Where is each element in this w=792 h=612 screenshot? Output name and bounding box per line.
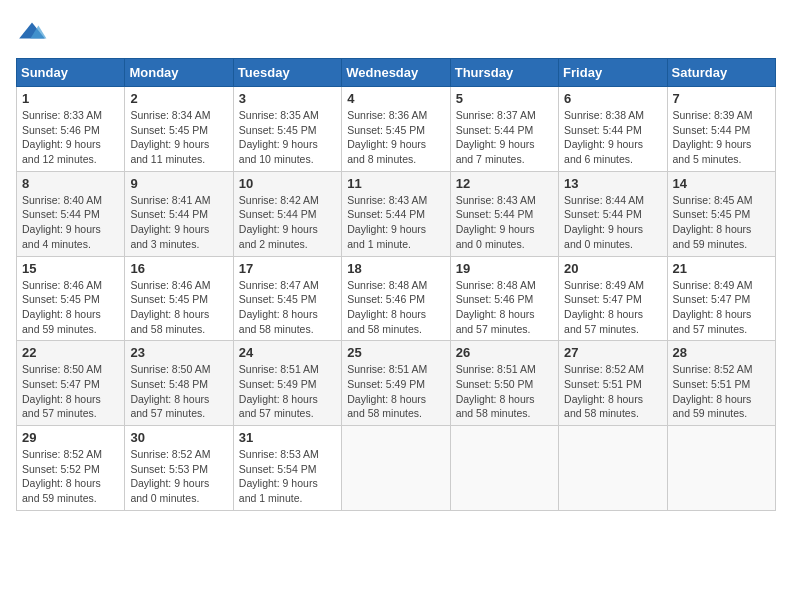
day-info: Sunrise: 8:50 AMSunset: 5:48 PMDaylight:… xyxy=(130,362,227,421)
calendar-cell: 2Sunrise: 8:34 AMSunset: 5:45 PMDaylight… xyxy=(125,87,233,172)
calendar-cell: 26Sunrise: 8:51 AMSunset: 5:50 PMDayligh… xyxy=(450,341,558,426)
day-info: Sunrise: 8:33 AMSunset: 5:46 PMDaylight:… xyxy=(22,108,119,167)
day-info: Sunrise: 8:46 AMSunset: 5:45 PMDaylight:… xyxy=(130,278,227,337)
day-info: Sunrise: 8:52 AMSunset: 5:51 PMDaylight:… xyxy=(673,362,770,421)
day-number: 28 xyxy=(673,345,770,360)
day-number: 13 xyxy=(564,176,661,191)
calendar-cell: 10Sunrise: 8:42 AMSunset: 5:44 PMDayligh… xyxy=(233,171,341,256)
calendar-cell: 25Sunrise: 8:51 AMSunset: 5:49 PMDayligh… xyxy=(342,341,450,426)
day-info: Sunrise: 8:39 AMSunset: 5:44 PMDaylight:… xyxy=(673,108,770,167)
calendar-table: SundayMondayTuesdayWednesdayThursdayFrid… xyxy=(16,58,776,511)
calendar-cell: 19Sunrise: 8:48 AMSunset: 5:46 PMDayligh… xyxy=(450,256,558,341)
day-info: Sunrise: 8:40 AMSunset: 5:44 PMDaylight:… xyxy=(22,193,119,252)
day-number: 14 xyxy=(673,176,770,191)
calendar-cell: 24Sunrise: 8:51 AMSunset: 5:49 PMDayligh… xyxy=(233,341,341,426)
day-number: 27 xyxy=(564,345,661,360)
day-number: 11 xyxy=(347,176,444,191)
weekday-header: Thursday xyxy=(450,59,558,87)
calendar-cell: 16Sunrise: 8:46 AMSunset: 5:45 PMDayligh… xyxy=(125,256,233,341)
calendar-cell: 14Sunrise: 8:45 AMSunset: 5:45 PMDayligh… xyxy=(667,171,775,256)
day-info: Sunrise: 8:51 AMSunset: 5:50 PMDaylight:… xyxy=(456,362,553,421)
weekday-header: Tuesday xyxy=(233,59,341,87)
weekday-header: Wednesday xyxy=(342,59,450,87)
day-number: 12 xyxy=(456,176,553,191)
day-info: Sunrise: 8:38 AMSunset: 5:44 PMDaylight:… xyxy=(564,108,661,167)
day-info: Sunrise: 8:50 AMSunset: 5:47 PMDaylight:… xyxy=(22,362,119,421)
day-number: 16 xyxy=(130,261,227,276)
weekday-header: Sunday xyxy=(17,59,125,87)
calendar-cell: 4Sunrise: 8:36 AMSunset: 5:45 PMDaylight… xyxy=(342,87,450,172)
page-header xyxy=(16,16,776,48)
day-number: 10 xyxy=(239,176,336,191)
day-number: 31 xyxy=(239,430,336,445)
calendar-cell: 27Sunrise: 8:52 AMSunset: 5:51 PMDayligh… xyxy=(559,341,667,426)
calendar-cell: 21Sunrise: 8:49 AMSunset: 5:47 PMDayligh… xyxy=(667,256,775,341)
day-number: 19 xyxy=(456,261,553,276)
day-info: Sunrise: 8:34 AMSunset: 5:45 PMDaylight:… xyxy=(130,108,227,167)
calendar-week-row: 1Sunrise: 8:33 AMSunset: 5:46 PMDaylight… xyxy=(17,87,776,172)
day-info: Sunrise: 8:48 AMSunset: 5:46 PMDaylight:… xyxy=(347,278,444,337)
day-number: 22 xyxy=(22,345,119,360)
calendar-cell: 12Sunrise: 8:43 AMSunset: 5:44 PMDayligh… xyxy=(450,171,558,256)
calendar-cell xyxy=(342,426,450,511)
day-number: 4 xyxy=(347,91,444,106)
calendar-cell: 1Sunrise: 8:33 AMSunset: 5:46 PMDaylight… xyxy=(17,87,125,172)
day-number: 5 xyxy=(456,91,553,106)
calendar-cell: 30Sunrise: 8:52 AMSunset: 5:53 PMDayligh… xyxy=(125,426,233,511)
day-info: Sunrise: 8:44 AMSunset: 5:44 PMDaylight:… xyxy=(564,193,661,252)
day-number: 9 xyxy=(130,176,227,191)
calendar-cell: 8Sunrise: 8:40 AMSunset: 5:44 PMDaylight… xyxy=(17,171,125,256)
calendar-cell: 29Sunrise: 8:52 AMSunset: 5:52 PMDayligh… xyxy=(17,426,125,511)
day-number: 25 xyxy=(347,345,444,360)
day-info: Sunrise: 8:52 AMSunset: 5:51 PMDaylight:… xyxy=(564,362,661,421)
day-number: 2 xyxy=(130,91,227,106)
day-info: Sunrise: 8:51 AMSunset: 5:49 PMDaylight:… xyxy=(239,362,336,421)
calendar-cell: 20Sunrise: 8:49 AMSunset: 5:47 PMDayligh… xyxy=(559,256,667,341)
day-number: 18 xyxy=(347,261,444,276)
day-number: 23 xyxy=(130,345,227,360)
day-number: 26 xyxy=(456,345,553,360)
day-info: Sunrise: 8:52 AMSunset: 5:52 PMDaylight:… xyxy=(22,447,119,506)
calendar-cell: 7Sunrise: 8:39 AMSunset: 5:44 PMDaylight… xyxy=(667,87,775,172)
day-info: Sunrise: 8:52 AMSunset: 5:53 PMDaylight:… xyxy=(130,447,227,506)
day-info: Sunrise: 8:53 AMSunset: 5:54 PMDaylight:… xyxy=(239,447,336,506)
day-info: Sunrise: 8:36 AMSunset: 5:45 PMDaylight:… xyxy=(347,108,444,167)
logo-icon xyxy=(16,16,48,48)
calendar-cell xyxy=(559,426,667,511)
day-info: Sunrise: 8:41 AMSunset: 5:44 PMDaylight:… xyxy=(130,193,227,252)
calendar-week-row: 8Sunrise: 8:40 AMSunset: 5:44 PMDaylight… xyxy=(17,171,776,256)
calendar-cell: 22Sunrise: 8:50 AMSunset: 5:47 PMDayligh… xyxy=(17,341,125,426)
calendar-cell: 3Sunrise: 8:35 AMSunset: 5:45 PMDaylight… xyxy=(233,87,341,172)
day-info: Sunrise: 8:37 AMSunset: 5:44 PMDaylight:… xyxy=(456,108,553,167)
weekday-header: Monday xyxy=(125,59,233,87)
day-info: Sunrise: 8:43 AMSunset: 5:44 PMDaylight:… xyxy=(347,193,444,252)
day-number: 20 xyxy=(564,261,661,276)
day-number: 3 xyxy=(239,91,336,106)
day-info: Sunrise: 8:51 AMSunset: 5:49 PMDaylight:… xyxy=(347,362,444,421)
calendar-cell: 11Sunrise: 8:43 AMSunset: 5:44 PMDayligh… xyxy=(342,171,450,256)
weekday-header: Friday xyxy=(559,59,667,87)
day-info: Sunrise: 8:43 AMSunset: 5:44 PMDaylight:… xyxy=(456,193,553,252)
day-number: 29 xyxy=(22,430,119,445)
day-number: 21 xyxy=(673,261,770,276)
day-number: 30 xyxy=(130,430,227,445)
day-info: Sunrise: 8:45 AMSunset: 5:45 PMDaylight:… xyxy=(673,193,770,252)
day-info: Sunrise: 8:49 AMSunset: 5:47 PMDaylight:… xyxy=(673,278,770,337)
weekday-header-row: SundayMondayTuesdayWednesdayThursdayFrid… xyxy=(17,59,776,87)
calendar-cell: 23Sunrise: 8:50 AMSunset: 5:48 PMDayligh… xyxy=(125,341,233,426)
calendar-cell: 6Sunrise: 8:38 AMSunset: 5:44 PMDaylight… xyxy=(559,87,667,172)
day-info: Sunrise: 8:42 AMSunset: 5:44 PMDaylight:… xyxy=(239,193,336,252)
calendar-cell xyxy=(667,426,775,511)
day-info: Sunrise: 8:49 AMSunset: 5:47 PMDaylight:… xyxy=(564,278,661,337)
day-number: 8 xyxy=(22,176,119,191)
calendar-cell: 9Sunrise: 8:41 AMSunset: 5:44 PMDaylight… xyxy=(125,171,233,256)
calendar-cell: 28Sunrise: 8:52 AMSunset: 5:51 PMDayligh… xyxy=(667,341,775,426)
weekday-header: Saturday xyxy=(667,59,775,87)
day-info: Sunrise: 8:48 AMSunset: 5:46 PMDaylight:… xyxy=(456,278,553,337)
calendar-cell: 15Sunrise: 8:46 AMSunset: 5:45 PMDayligh… xyxy=(17,256,125,341)
logo xyxy=(16,16,52,48)
day-number: 17 xyxy=(239,261,336,276)
day-info: Sunrise: 8:47 AMSunset: 5:45 PMDaylight:… xyxy=(239,278,336,337)
calendar-cell xyxy=(450,426,558,511)
day-number: 7 xyxy=(673,91,770,106)
